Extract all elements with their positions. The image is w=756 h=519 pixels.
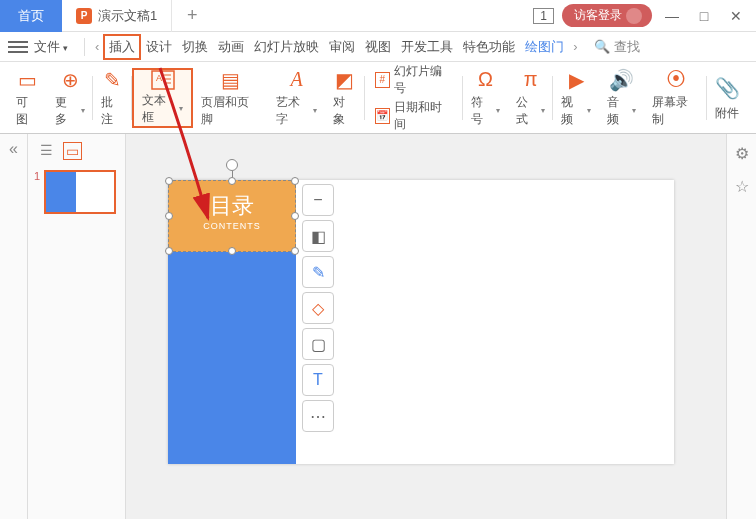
menu-tab-features[interactable]: 特色功能 — [458, 38, 520, 56]
star-icon[interactable]: ☆ — [735, 177, 749, 196]
menu-tab-slideshow[interactable]: 幻灯片放映 — [249, 38, 324, 56]
left-toolstrip: « — [0, 134, 28, 519]
equation-icon: π — [524, 68, 538, 92]
slide-number: 1 — [34, 170, 40, 182]
float-layout[interactable]: ◧ — [302, 220, 334, 252]
ribbon-attachment[interactable]: 📎 附件 — [707, 68, 748, 128]
resize-handle[interactable] — [165, 177, 173, 185]
right-toolstrip: ⚙ ☆ — [726, 134, 756, 519]
menu-tab-view[interactable]: 视图 — [360, 38, 396, 56]
wordart-icon: A — [290, 68, 302, 92]
search-box[interactable]: 🔍 查找 — [594, 38, 640, 56]
chevron-collapse-icon[interactable]: « — [9, 140, 18, 158]
search-label: 查找 — [614, 38, 640, 56]
ribbon-datetime[interactable]: 📅日期和时间 — [375, 99, 453, 133]
float-frame[interactable]: ▢ — [302, 328, 334, 360]
resize-handle[interactable] — [165, 247, 173, 255]
audio-icon: 🔊 — [609, 68, 634, 92]
ribbon-numberdate: #幻灯片编号 📅日期和时间 — [365, 68, 463, 128]
settings-icon[interactable]: ⚙ — [735, 144, 749, 163]
ribbon-equation[interactable]: π 公式▾ — [508, 68, 553, 128]
float-shape[interactable]: ◇ — [302, 292, 334, 324]
menu-tab-animation[interactable]: 动画 — [213, 38, 249, 56]
menubar: 文件▾ ‹ 插入 设计 切换 动画 幻灯片放映 审阅 视图 开发工具 特色功能 … — [0, 32, 756, 62]
chevron-left-icon[interactable]: ‹ — [91, 39, 103, 54]
menu-tab-insert[interactable]: 插入 — [103, 34, 141, 60]
selected-textbox[interactable]: 目录 CONTENTS — [168, 180, 296, 252]
rotate-handle[interactable] — [226, 159, 238, 171]
login-label: 访客登录 — [574, 7, 622, 24]
hamburger-icon[interactable] — [8, 41, 28, 53]
document-title: 演示文稿1 — [98, 7, 157, 25]
workspace: « ☰ ▭ 1 — [0, 134, 756, 519]
file-menu[interactable]: 文件▾ — [34, 38, 68, 56]
resize-handle[interactable] — [291, 212, 299, 220]
ribbon-slidenumber[interactable]: #幻灯片编号 — [375, 63, 453, 97]
chevron-right-icon[interactable]: › — [569, 39, 581, 54]
outline-view-icon[interactable]: ☰ — [40, 142, 53, 160]
ribbon-wordart[interactable]: A 艺术字▾ — [268, 68, 325, 128]
menu-tab-design[interactable]: 设计 — [141, 38, 177, 56]
titlebar: 首页 P 演示文稿1 + 1 访客登录 — □ ✕ — [0, 0, 756, 32]
svg-text:A: A — [156, 73, 162, 83]
image-icon: ▭ — [18, 68, 37, 92]
resize-handle[interactable] — [228, 177, 236, 185]
record-icon: ⦿ — [666, 68, 686, 92]
comment-icon: ✎ — [104, 68, 121, 92]
ribbon-screenrecord[interactable]: ⦿ 屏幕录制 — [644, 68, 707, 128]
ribbon-object[interactable]: ◩ 对象 — [325, 68, 364, 128]
tab-home[interactable]: 首页 — [0, 0, 62, 32]
ribbon-textbox[interactable]: A 文本框▾ — [132, 68, 193, 128]
resize-handle[interactable] — [291, 247, 299, 255]
resize-handle[interactable] — [228, 247, 236, 255]
ribbon-comment[interactable]: ✎ 批注 — [93, 68, 132, 128]
maximize-button[interactable]: □ — [692, 4, 716, 28]
titlebar-right: 1 访客登录 — □ ✕ — [533, 4, 756, 28]
slide-thumbnail[interactable] — [44, 170, 116, 214]
floating-toolbar: − ◧ ✎ ◇ ▢ T ⋯ — [302, 184, 334, 432]
menu-tab-drawing[interactable]: 绘图门 — [520, 38, 569, 56]
ribbon-headerfooter[interactable]: ▤ 页眉和页脚 — [193, 68, 268, 128]
slide[interactable]: 目录 CONTENTS — [168, 180, 674, 464]
search-icon: 🔍 — [594, 39, 610, 54]
guest-login-button[interactable]: 访客登录 — [562, 4, 652, 27]
ribbon-video[interactable]: ▶ 视频▾ — [553, 68, 598, 128]
presentation-icon: P — [76, 8, 92, 24]
notification-badge[interactable]: 1 — [533, 8, 554, 24]
canvas-area[interactable]: 目录 CONTENTS − ◧ ✎ ◇ ▢ T ⋯ — [126, 134, 726, 519]
close-button[interactable]: ✕ — [724, 4, 748, 28]
float-collapse[interactable]: − — [302, 184, 334, 216]
thumbnail-panel: ☰ ▭ 1 — [28, 134, 126, 519]
textbox-subtitle[interactable]: CONTENTS — [169, 221, 295, 231]
new-tab-button[interactable]: + — [172, 0, 212, 32]
object-icon: ◩ — [335, 68, 354, 92]
headerfooter-icon: ▤ — [221, 68, 240, 92]
ribbon-audio[interactable]: 🔊 音频▾ — [599, 68, 644, 128]
more-icon: ⊕ — [62, 68, 79, 92]
slide-view-icon[interactable]: ▭ — [63, 142, 82, 160]
ribbon-image[interactable]: ▭ 可图 — [8, 68, 47, 128]
menu-tab-review[interactable]: 审阅 — [324, 38, 360, 56]
float-edit[interactable]: ✎ — [302, 256, 334, 288]
resize-handle[interactable] — [291, 177, 299, 185]
video-icon: ▶ — [569, 68, 584, 92]
ribbon-more[interactable]: ⊕ 更多▾ — [47, 68, 92, 128]
minimize-button[interactable]: — — [660, 4, 684, 28]
avatar-icon — [626, 8, 642, 24]
menu-tab-devtools[interactable]: 开发工具 — [396, 38, 458, 56]
tab-document[interactable]: P 演示文稿1 — [62, 0, 172, 32]
menu-tabs: 插入 设计 切换 动画 幻灯片放映 审阅 视图 开发工具 特色功能 绘图门 — [103, 34, 569, 60]
ribbon: ▭ 可图 ⊕ 更多▾ ✎ 批注 A 文本框▾ ▤ 页眉和页脚 A 艺术字▾ ◩ … — [0, 62, 756, 134]
menu-tab-transition[interactable]: 切换 — [177, 38, 213, 56]
float-text[interactable]: T — [302, 364, 334, 396]
textbox-title[interactable]: 目录 — [169, 181, 295, 221]
symbol-icon: Ω — [478, 68, 493, 92]
thumbnail-item[interactable]: 1 — [34, 170, 119, 214]
float-more[interactable]: ⋯ — [302, 400, 334, 432]
textbox-icon: A — [151, 70, 175, 90]
ribbon-symbol[interactable]: Ω 符号▾ — [463, 68, 508, 128]
resize-handle[interactable] — [165, 212, 173, 220]
attachment-icon: 📎 — [715, 73, 740, 103]
